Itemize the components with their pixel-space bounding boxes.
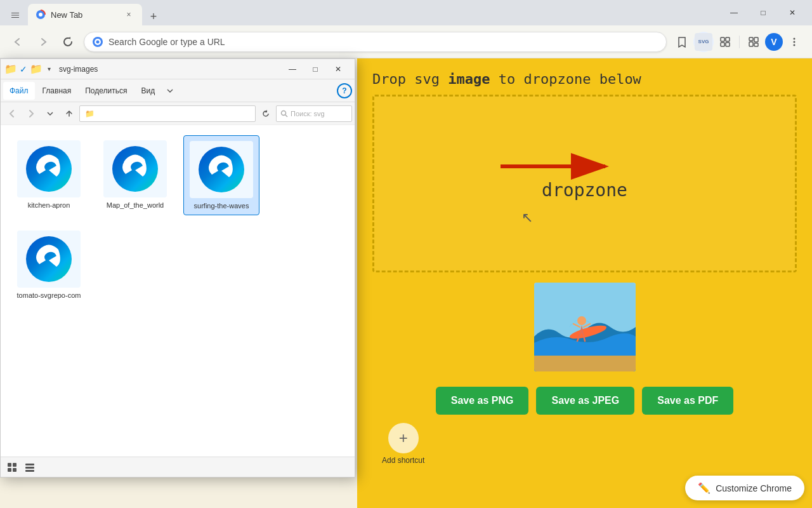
explorer-window-controls: — □ ✕ [281, 60, 350, 78]
save-jpeg-button[interactable]: Save as JPEG [536, 387, 634, 415]
file-explorer-window: 📁 ✓ 📁 ▾ svg-images — □ ✕ [0, 58, 355, 478]
explorer-title: svg-images [59, 65, 98, 74]
bookmark-button[interactable] [672, 32, 692, 52]
svg-rect-9 [749, 37, 753, 41]
explorer-minimize[interactable]: — [281, 60, 304, 78]
file-icon [103, 140, 167, 197]
back-button[interactable] [8, 32, 28, 52]
svg-point-18 [26, 146, 72, 192]
dropzone[interactable]: dropzone ↖ [372, 95, 797, 272]
new-tab-button[interactable]: + [145, 8, 162, 25]
tab-favicon [36, 10, 46, 20]
url-text: Search Google or type a URL [108, 37, 658, 47]
list-item[interactable]: kitchen-apron [11, 135, 87, 215]
explorer-maximize[interactable]: □ [304, 60, 327, 78]
breadcrumb-text: 📁 [85, 109, 95, 118]
explorer-titlebar: 📁 ✓ 📁 ▾ svg-images — □ ✕ [1, 59, 355, 79]
check-icon: ✓ [18, 64, 29, 74]
ribbon-help[interactable]: ? [337, 83, 352, 98]
tab-title: New Tab [51, 10, 118, 20]
close-button[interactable]: ✕ [778, 3, 807, 23]
toolbar-icons: SVG V [672, 32, 804, 52]
drop-arrow-icon [501, 147, 615, 185]
maximize-button[interactable]: □ [749, 3, 778, 23]
svg-point-16 [282, 110, 286, 115]
svg-rect-22 [8, 463, 11, 467]
toolbar-divider [739, 36, 740, 48]
search-icon [280, 110, 288, 117]
explorer-content: kitchen-apron [1, 125, 355, 457]
svg-rect-32 [534, 356, 636, 371]
svg-point-14 [794, 41, 796, 43]
svg-rect-12 [754, 37, 758, 42]
list-item[interactable]: tomato-svgrepo-com [11, 225, 87, 304]
minimize-button[interactable]: — [719, 3, 749, 23]
pencil-icon: ✏️ [698, 482, 710, 494]
active-tab[interactable]: New Tab × [28, 4, 142, 25]
svg-point-1 [39, 13, 43, 17]
add-shortcut-button[interactable]: + Add shortcut [374, 418, 432, 470]
ribbon-dropdown[interactable] [162, 83, 178, 98]
save-png-button[interactable]: Save as PNG [436, 387, 529, 415]
svg-line-17 [285, 115, 287, 117]
chrome-browser: New Tab × + — □ ✕ Search Google or type … [0, 0, 812, 508]
svg-point-4 [96, 40, 100, 43]
ribbon-tab-share[interactable]: Поделиться [79, 82, 133, 100]
url-bar[interactable]: Search Google or type a URL [84, 32, 667, 52]
file-icon [190, 141, 253, 198]
tab-bar: New Tab × + — □ ✕ [0, 0, 812, 25]
ribbon-tab-file[interactable]: Файл [3, 82, 35, 100]
forward-button[interactable] [33, 32, 53, 52]
svg-point-13 [794, 37, 796, 39]
dropdown-arrow-icon: ▾ [44, 64, 54, 74]
customize-chrome-button[interactable]: ✏️ Customize Chrome [685, 476, 804, 500]
svg-rect-5 [721, 37, 724, 41]
svg-rect-6 [726, 37, 730, 41]
cursor-icon: ↖ [521, 210, 533, 226]
svg-extension-icon[interactable]: SVG [693, 32, 714, 52]
drop-instruction: Drop svg image to dropzone below [372, 71, 797, 87]
file-name: surfing-the-waves [194, 202, 249, 210]
file-name: tomato-svgrepo-com [17, 291, 81, 299]
refresh-button[interactable] [257, 105, 275, 123]
profile-switcher[interactable] [743, 32, 764, 52]
ribbon-tab-view[interactable]: Вид [134, 82, 161, 100]
window-controls: — □ ✕ [719, 3, 807, 25]
svg-rect-26 [25, 464, 34, 465]
folder-icon: 📁 [6, 64, 16, 74]
svg-point-21 [26, 236, 72, 282]
svg-rect-23 [13, 463, 16, 467]
file-icon [17, 140, 81, 197]
svg-point-34 [577, 316, 586, 325]
explorer-close[interactable]: ✕ [327, 60, 350, 78]
reload-button[interactable] [58, 32, 79, 52]
list-item[interactable]: Map_of_the_world [97, 135, 173, 215]
explorer-title-icons: 📁 ✓ 📁 ▾ [6, 64, 54, 74]
svg-rect-28 [25, 470, 34, 472]
svg-ext-label: SVG [695, 33, 712, 51]
svg-rect-11 [749, 42, 753, 46]
statusbar-grid-view[interactable] [6, 461, 18, 474]
file-icon [17, 231, 81, 288]
profile-avatar[interactable]: V [765, 33, 783, 51]
tab-switcher[interactable] [5, 5, 25, 25]
svg-point-20 [199, 147, 244, 192]
add-shortcut-label: Add shortcut [382, 456, 424, 465]
save-pdf-button[interactable]: Save as PDF [642, 387, 733, 415]
statusbar-list-view[interactable] [23, 461, 36, 474]
menu-button[interactable] [784, 32, 804, 52]
list-item[interactable]: surfing-the-waves [183, 135, 259, 215]
svg-rect-8 [726, 43, 730, 46]
svg-rect-27 [25, 467, 34, 469]
nav-up-button[interactable] [60, 105, 78, 123]
extensions-button[interactable] [715, 32, 735, 52]
ribbon-tab-home[interactable]: Главная [36, 82, 78, 100]
search-bar[interactable]: Поиск: svg [276, 105, 352, 122]
nav-dropdown-button[interactable] [41, 105, 59, 123]
nav-forward-button[interactable] [22, 105, 40, 123]
nav-back-button[interactable] [3, 105, 21, 123]
explorer-ribbon: Файл Главная Поделиться Вид ? [1, 79, 355, 102]
svg-rect-7 [721, 43, 724, 46]
tab-close-button[interactable]: × [123, 9, 134, 20]
search-placeholder: Поиск: svg [291, 110, 325, 117]
